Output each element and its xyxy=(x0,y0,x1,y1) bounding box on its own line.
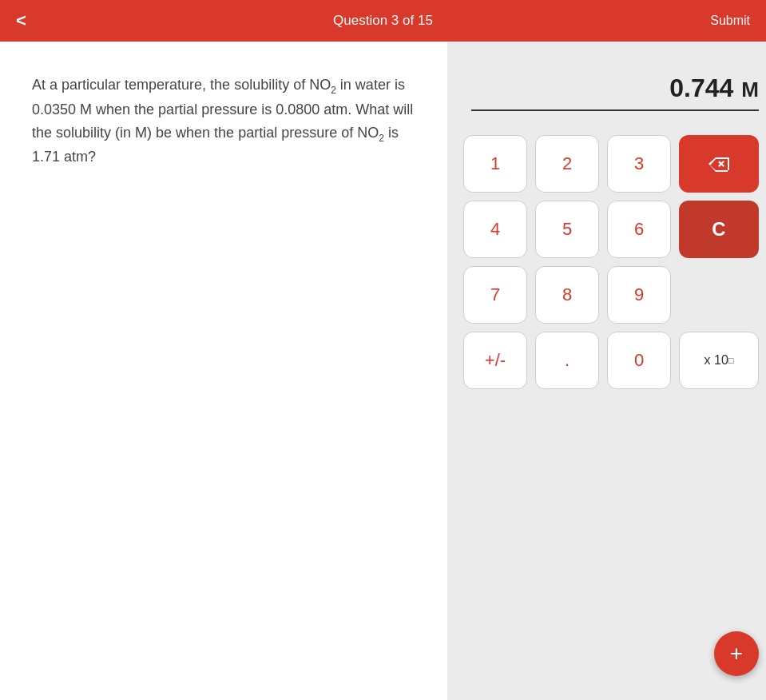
backspace-button[interactable] xyxy=(679,135,759,193)
submit-button[interactable]: Submit xyxy=(710,14,750,28)
keypad-row-3: 7 8 9 xyxy=(463,266,766,324)
keypad-row-2: 4 5 6 C xyxy=(463,201,766,258)
key-5[interactable]: 5 xyxy=(535,201,599,258)
backspace-icon xyxy=(707,154,731,173)
main-content: At a particular temperature, the solubil… xyxy=(0,42,766,700)
key-plusminus[interactable]: +/- xyxy=(463,332,527,389)
key-6[interactable]: 6 xyxy=(607,201,671,258)
question-panel: At a particular temperature, the solubil… xyxy=(0,42,447,700)
key-9[interactable]: 9 xyxy=(607,266,671,324)
answer-value: 0.744 xyxy=(669,74,733,103)
question-progress: Question 3 of 15 xyxy=(333,13,433,29)
key-x10[interactable]: x 10□ xyxy=(679,332,759,389)
keypad-row-1: 1 2 3 xyxy=(463,135,766,193)
key-0[interactable]: 0 xyxy=(607,332,671,389)
header: < Question 3 of 15 Submit xyxy=(0,0,766,42)
key-7[interactable]: 7 xyxy=(463,266,527,324)
answer-display: 0.744 M xyxy=(471,74,759,111)
key-2[interactable]: 2 xyxy=(535,135,599,193)
key-4[interactable]: 4 xyxy=(463,201,527,258)
keypad: 1 2 3 4 5 6 C 7 8 9 xyxy=(463,135,766,389)
key-dot[interactable]: . xyxy=(535,332,599,389)
keypad-row-4: +/- . 0 x 10□ xyxy=(463,332,766,389)
clear-button[interactable]: C xyxy=(679,201,759,258)
question-text: At a particular temperature, the solubil… xyxy=(32,74,415,169)
key-8[interactable]: 8 xyxy=(535,266,599,324)
calculator-panel: 0.744 M 1 2 3 4 5 6 C xyxy=(447,42,766,700)
back-button[interactable]: < xyxy=(16,10,26,31)
fab-button[interactable]: + xyxy=(714,631,759,676)
key-3[interactable]: 3 xyxy=(607,135,671,193)
key-1[interactable]: 1 xyxy=(463,135,527,193)
answer-unit: M xyxy=(741,78,759,102)
